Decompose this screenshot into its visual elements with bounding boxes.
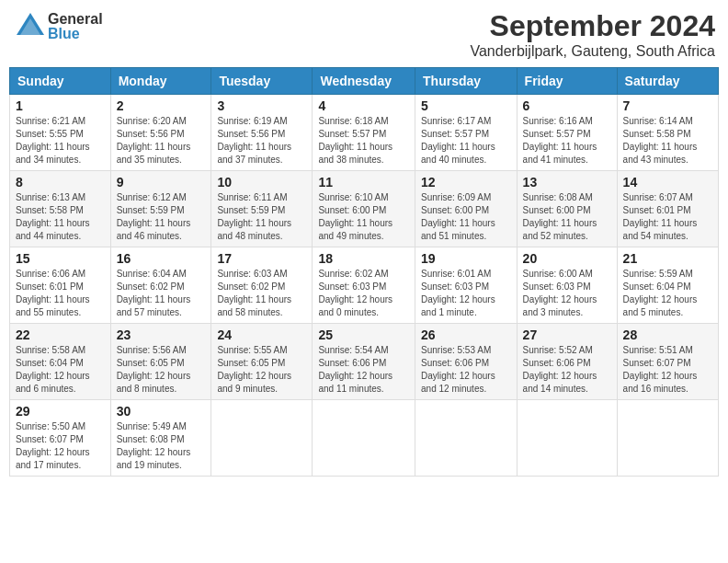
- calendar-cell: 23Sunrise: 5:56 AM Sunset: 6:05 PM Dayli…: [110, 324, 211, 400]
- day-info: Sunrise: 5:59 AM Sunset: 6:04 PM Dayligh…: [623, 268, 712, 319]
- day-info: Sunrise: 6:08 AM Sunset: 6:00 PM Dayligh…: [523, 191, 611, 243]
- day-info: Sunrise: 6:07 AM Sunset: 6:01 PM Dayligh…: [623, 191, 712, 243]
- day-header: Monday: [110, 68, 211, 95]
- logo-text: General Blue: [48, 12, 103, 41]
- calendar-cell: 30Sunrise: 5:49 AM Sunset: 6:08 PM Dayli…: [110, 400, 211, 477]
- day-number: 4: [318, 98, 409, 113]
- day-header: Sunday: [10, 68, 111, 95]
- day-info: Sunrise: 5:53 AM Sunset: 6:06 PM Dayligh…: [421, 344, 511, 396]
- day-number: 2: [117, 98, 206, 113]
- day-info: Sunrise: 5:50 AM Sunset: 6:07 PM Dayligh…: [16, 420, 105, 472]
- calendar-cell: 27Sunrise: 5:52 AM Sunset: 6:06 PM Dayli…: [517, 324, 617, 400]
- calendar-cell: 17Sunrise: 6:03 AM Sunset: 6:02 PM Dayli…: [211, 247, 313, 324]
- day-info: Sunrise: 6:03 AM Sunset: 6:02 PM Dayligh…: [217, 268, 306, 319]
- day-number: 14: [623, 175, 712, 190]
- calendar-cell: [211, 400, 313, 477]
- calendar-cell: 6Sunrise: 6:16 AM Sunset: 5:57 PM Daylig…: [517, 95, 617, 171]
- day-number: 29: [16, 404, 105, 419]
- calendar-cell: 26Sunrise: 5:53 AM Sunset: 6:06 PM Dayli…: [415, 324, 518, 400]
- calendar-cell: 29Sunrise: 5:50 AM Sunset: 6:07 PM Dayli…: [10, 400, 111, 477]
- calendar-cell: 20Sunrise: 6:00 AM Sunset: 6:03 PM Dayli…: [517, 247, 617, 324]
- calendar-cell: 14Sunrise: 6:07 AM Sunset: 6:01 PM Dayli…: [617, 171, 718, 247]
- day-number: 23: [117, 327, 206, 342]
- day-info: Sunrise: 6:04 AM Sunset: 6:02 PM Dayligh…: [117, 268, 206, 319]
- day-number: 10: [217, 175, 306, 190]
- day-number: 16: [117, 251, 206, 266]
- location: Vanderbijlpark, Gauteng, South Africa: [470, 43, 715, 60]
- calendar-cell: 7Sunrise: 6:14 AM Sunset: 5:58 PM Daylig…: [617, 95, 718, 171]
- day-info: Sunrise: 6:09 AM Sunset: 6:00 PM Dayligh…: [421, 191, 511, 243]
- day-info: Sunrise: 6:18 AM Sunset: 5:57 PM Dayligh…: [318, 115, 409, 167]
- calendar-cell: [415, 400, 518, 477]
- day-number: 17: [217, 251, 306, 266]
- day-number: 5: [421, 98, 511, 113]
- day-number: 8: [16, 175, 105, 190]
- day-number: 1: [16, 98, 105, 113]
- day-number: 15: [16, 251, 105, 266]
- day-info: Sunrise: 6:12 AM Sunset: 5:59 PM Dayligh…: [117, 191, 206, 243]
- day-info: Sunrise: 6:01 AM Sunset: 6:03 PM Dayligh…: [421, 268, 511, 319]
- day-info: Sunrise: 6:10 AM Sunset: 6:00 PM Dayligh…: [318, 191, 409, 243]
- day-info: Sunrise: 6:02 AM Sunset: 6:03 PM Dayligh…: [318, 268, 409, 319]
- day-number: 27: [523, 327, 611, 342]
- calendar-cell: [517, 400, 617, 477]
- calendar-cell: 4Sunrise: 6:18 AM Sunset: 5:57 PM Daylig…: [313, 95, 415, 171]
- day-header: Friday: [517, 68, 617, 95]
- calendar-cell: 24Sunrise: 5:55 AM Sunset: 6:05 PM Dayli…: [211, 324, 313, 400]
- day-info: Sunrise: 5:55 AM Sunset: 6:05 PM Dayligh…: [217, 344, 306, 396]
- calendar-week-row: 15Sunrise: 6:06 AM Sunset: 6:01 PM Dayli…: [10, 247, 719, 324]
- calendar-cell: 10Sunrise: 6:11 AM Sunset: 5:59 PM Dayli…: [211, 171, 313, 247]
- day-info: Sunrise: 5:58 AM Sunset: 6:04 PM Dayligh…: [16, 344, 105, 396]
- day-number: 12: [421, 175, 511, 190]
- calendar-cell: 13Sunrise: 6:08 AM Sunset: 6:00 PM Dayli…: [517, 171, 617, 247]
- day-info: Sunrise: 6:11 AM Sunset: 5:59 PM Dayligh…: [217, 191, 306, 243]
- day-number: 25: [318, 327, 409, 342]
- calendar-table: SundayMondayTuesdayWednesdayThursdayFrid…: [9, 67, 719, 477]
- day-info: Sunrise: 6:13 AM Sunset: 5:58 PM Dayligh…: [16, 191, 105, 243]
- calendar-cell: 21Sunrise: 5:59 AM Sunset: 6:04 PM Dayli…: [617, 247, 718, 324]
- day-number: 19: [421, 251, 511, 266]
- calendar-cell: 16Sunrise: 6:04 AM Sunset: 6:02 PM Dayli…: [110, 247, 211, 324]
- day-number: 28: [623, 327, 712, 342]
- day-number: 26: [421, 327, 511, 342]
- day-number: 6: [523, 98, 611, 113]
- calendar-cell: 8Sunrise: 6:13 AM Sunset: 5:58 PM Daylig…: [10, 171, 111, 247]
- calendar-cell: 15Sunrise: 6:06 AM Sunset: 6:01 PM Dayli…: [10, 247, 111, 324]
- calendar-cell: 9Sunrise: 6:12 AM Sunset: 5:59 PM Daylig…: [110, 171, 211, 247]
- calendar-cell: 28Sunrise: 5:51 AM Sunset: 6:07 PM Dayli…: [617, 324, 718, 400]
- day-info: Sunrise: 6:21 AM Sunset: 5:55 PM Dayligh…: [16, 115, 105, 167]
- calendar-cell: 25Sunrise: 5:54 AM Sunset: 6:06 PM Dayli…: [313, 324, 415, 400]
- day-header: Saturday: [617, 68, 718, 95]
- calendar-header-row: SundayMondayTuesdayWednesdayThursdayFrid…: [10, 68, 719, 95]
- calendar-cell: 3Sunrise: 6:19 AM Sunset: 5:56 PM Daylig…: [211, 95, 313, 171]
- day-number: 9: [117, 175, 206, 190]
- calendar-week-row: 1Sunrise: 6:21 AM Sunset: 5:55 PM Daylig…: [10, 95, 719, 171]
- day-info: Sunrise: 6:19 AM Sunset: 5:56 PM Dayligh…: [217, 115, 306, 167]
- day-info: Sunrise: 5:56 AM Sunset: 6:05 PM Dayligh…: [117, 344, 206, 396]
- calendar-cell: 1Sunrise: 6:21 AM Sunset: 5:55 PM Daylig…: [10, 95, 111, 171]
- day-number: 7: [623, 98, 712, 113]
- day-number: 13: [523, 175, 611, 190]
- day-info: Sunrise: 6:16 AM Sunset: 5:57 PM Dayligh…: [523, 115, 611, 167]
- title-area: September 2024 Vanderbijlpark, Gauteng, …: [470, 9, 715, 60]
- day-number: 30: [117, 404, 206, 419]
- day-number: 20: [523, 251, 611, 266]
- logo-general: General: [48, 12, 103, 27]
- day-info: Sunrise: 5:49 AM Sunset: 6:08 PM Dayligh…: [117, 420, 206, 472]
- day-number: 18: [318, 251, 409, 266]
- day-info: Sunrise: 5:54 AM Sunset: 6:06 PM Dayligh…: [318, 344, 409, 396]
- page-header: General Blue September 2024 Vanderbijlpa…: [9, 9, 719, 60]
- month-year: September 2024: [470, 9, 715, 43]
- day-info: Sunrise: 5:52 AM Sunset: 6:06 PM Dayligh…: [523, 344, 611, 396]
- day-info: Sunrise: 6:06 AM Sunset: 6:01 PM Dayligh…: [16, 268, 105, 319]
- calendar-week-row: 22Sunrise: 5:58 AM Sunset: 6:04 PM Dayli…: [10, 324, 719, 400]
- logo-icon: [13, 9, 48, 44]
- day-info: Sunrise: 6:20 AM Sunset: 5:56 PM Dayligh…: [117, 115, 206, 167]
- calendar-cell: [617, 400, 718, 477]
- calendar-cell: 12Sunrise: 6:09 AM Sunset: 6:00 PM Dayli…: [415, 171, 518, 247]
- day-header: Wednesday: [313, 68, 415, 95]
- day-number: 22: [16, 327, 105, 342]
- calendar-cell: 5Sunrise: 6:17 AM Sunset: 5:57 PM Daylig…: [415, 95, 518, 171]
- day-info: Sunrise: 6:17 AM Sunset: 5:57 PM Dayligh…: [421, 115, 511, 167]
- calendar-week-row: 29Sunrise: 5:50 AM Sunset: 6:07 PM Dayli…: [10, 400, 719, 477]
